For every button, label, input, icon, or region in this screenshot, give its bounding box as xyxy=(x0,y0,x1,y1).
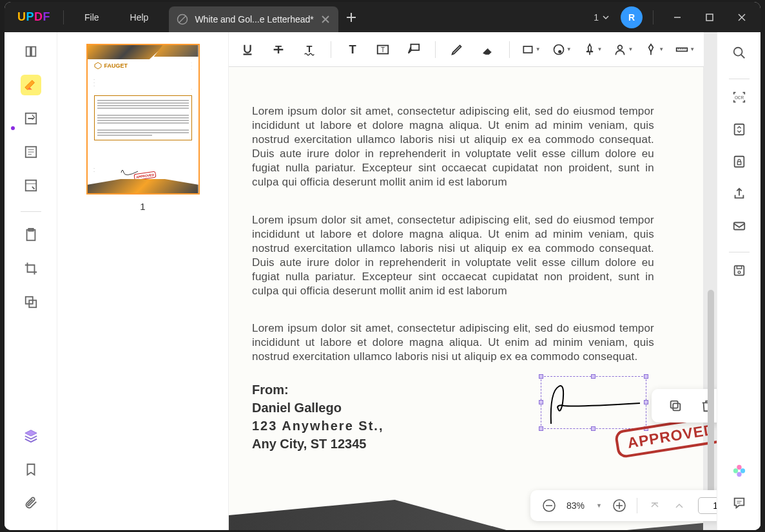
active-tool-dot xyxy=(11,126,15,130)
app-logo: UPDF xyxy=(10,10,58,24)
email-icon xyxy=(732,219,746,233)
sticker-dropdown[interactable]: ▼ xyxy=(551,39,573,61)
resize-handle-tr[interactable] xyxy=(644,374,648,379)
titlebar-page-dropdown[interactable]: 1 xyxy=(587,12,615,23)
email-button[interactable] xyxy=(729,216,750,236)
underline-button[interactable] xyxy=(237,39,258,61)
pencil-icon xyxy=(450,43,464,57)
page-thumbnail[interactable]: FAUGET ··· ··· · ·· APPROVED xyxy=(86,44,200,195)
resize-handle-mr[interactable] xyxy=(644,400,648,404)
paragraph-2: Lorem ipsum dolor sit amet, consectetur … xyxy=(252,213,654,299)
close-button[interactable] xyxy=(728,5,755,30)
save-button[interactable] xyxy=(729,260,750,281)
document-viewport[interactable]: Lorem ipsum dolor sit amet, consectetur … xyxy=(229,32,760,530)
divider xyxy=(653,10,654,24)
clipboard-icon xyxy=(24,228,38,242)
convert-button[interactable] xyxy=(729,119,750,140)
svg-point-69 xyxy=(740,468,744,473)
form-mode-button[interactable] xyxy=(21,175,41,196)
edit-mode-button[interactable] xyxy=(21,108,41,129)
eraser-button[interactable] xyxy=(477,39,499,61)
share-button[interactable] xyxy=(729,184,750,204)
squiggly-button[interactable]: T xyxy=(298,39,320,61)
scrollbar-thumb[interactable] xyxy=(708,290,714,496)
svg-point-67 xyxy=(738,271,741,274)
svg-text:T: T xyxy=(349,43,356,56)
svg-line-1 xyxy=(179,16,186,23)
resize-handle-ml[interactable] xyxy=(539,400,543,404)
svg-rect-30 xyxy=(523,46,532,53)
chat-button[interactable] xyxy=(729,493,750,513)
pin-dropdown[interactable]: ▼ xyxy=(582,39,604,61)
chevron-up-icon xyxy=(674,500,684,511)
prev-page-button[interactable] xyxy=(670,496,689,515)
scrollbar-track[interactable] xyxy=(706,71,715,491)
pencil-button[interactable] xyxy=(446,39,468,61)
svg-rect-36 xyxy=(677,48,688,51)
svg-rect-66 xyxy=(737,266,741,269)
maximize-button[interactable] xyxy=(696,5,723,30)
page-input[interactable] xyxy=(705,500,718,511)
thumbnail-number: 1 xyxy=(140,201,145,212)
menu-help[interactable]: Help xyxy=(115,12,164,23)
crop-button[interactable] xyxy=(21,258,41,279)
shape-dropdown[interactable]: ▼ xyxy=(520,39,542,61)
new-tab-button[interactable] xyxy=(338,13,364,22)
layers-button[interactable] xyxy=(21,426,41,446)
chat-icon xyxy=(732,496,746,510)
signature-dropdown[interactable]: ▼ xyxy=(643,39,665,61)
measure-dropdown[interactable]: ▼ xyxy=(674,39,696,61)
pin-icon xyxy=(583,43,596,56)
ocr-icon: OCR xyxy=(732,90,746,104)
separator xyxy=(729,252,750,252)
organize-pages-button[interactable] xyxy=(21,142,41,162)
from-address-2: Any City, ST 12345 xyxy=(252,435,654,453)
search-button[interactable] xyxy=(729,43,750,63)
tab-title: White and Gol...e Letterhead* xyxy=(195,14,313,24)
redact-button[interactable] xyxy=(21,225,41,245)
zoom-in-button[interactable] xyxy=(610,496,629,515)
textbox-icon: T xyxy=(376,43,390,57)
minimize-button[interactable] xyxy=(664,5,691,30)
svg-rect-16 xyxy=(25,180,36,191)
share-icon xyxy=(732,187,746,201)
document-tab[interactable]: White and Gol...e Letterhead* xyxy=(169,6,338,32)
ocr-button[interactable]: OCR xyxy=(729,87,750,108)
underline-icon xyxy=(240,43,255,57)
no-edit-icon xyxy=(177,14,188,25)
text-button[interactable]: T xyxy=(342,39,363,61)
stamp-dropdown[interactable]: ▼ xyxy=(612,39,634,61)
zoom-out-button[interactable] xyxy=(539,496,559,515)
user-avatar[interactable]: R xyxy=(621,6,643,28)
combine-button[interactable] xyxy=(21,292,41,312)
svg-point-68 xyxy=(737,465,741,470)
content-area: FAUGET ··· ··· · ·· APPROVED 1 xyxy=(5,32,760,530)
copy-icon xyxy=(668,399,683,413)
first-page-button[interactable] xyxy=(645,496,664,515)
protect-button[interactable] xyxy=(729,151,750,172)
resize-handle-bl[interactable] xyxy=(539,426,543,431)
menu-file[interactable]: File xyxy=(69,12,115,23)
svg-point-32 xyxy=(558,50,561,53)
lock-file-icon xyxy=(732,155,746,169)
right-toolbar: OCR xyxy=(717,32,760,530)
ai-button[interactable] xyxy=(729,461,750,481)
svg-text:T: T xyxy=(381,46,385,53)
resize-handle-tl[interactable] xyxy=(539,374,543,379)
bookmark-button[interactable] xyxy=(21,459,41,480)
reader-mode-button[interactable] xyxy=(21,41,41,62)
tab-close-button[interactable] xyxy=(320,14,331,24)
attachment-button[interactable] xyxy=(21,493,41,513)
chevron-top-icon xyxy=(650,500,660,511)
textbox-button[interactable]: T xyxy=(372,39,394,61)
svg-rect-42 xyxy=(673,403,680,410)
callout-button[interactable] xyxy=(403,39,425,61)
divider xyxy=(435,41,436,58)
crop-icon xyxy=(24,261,38,276)
resize-handle-tm[interactable] xyxy=(591,374,596,379)
copy-button[interactable] xyxy=(664,395,686,417)
person-icon xyxy=(614,43,626,56)
zoom-level-dropdown[interactable]: 83% ▼ xyxy=(564,500,605,511)
strikethrough-button[interactable]: T xyxy=(267,39,289,61)
comment-mode-button[interactable] xyxy=(21,75,41,95)
